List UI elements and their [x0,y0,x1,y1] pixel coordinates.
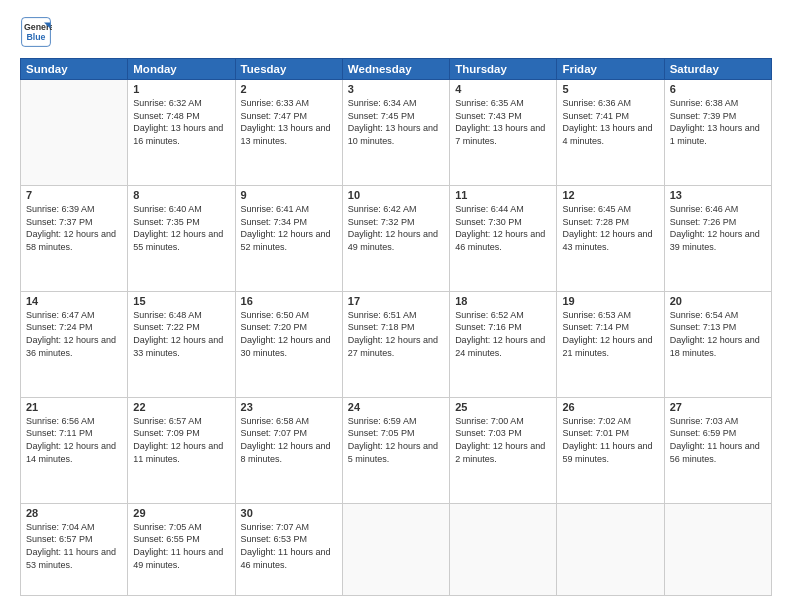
cell-info: Sunrise: 6:50 AMSunset: 7:20 PMDaylight:… [241,309,337,359]
day-number: 9 [241,189,337,201]
calendar-cell [450,503,557,595]
cell-info: Sunrise: 6:44 AMSunset: 7:30 PMDaylight:… [455,203,551,253]
cell-info: Sunrise: 6:52 AMSunset: 7:16 PMDaylight:… [455,309,551,359]
cell-info: Sunrise: 6:38 AMSunset: 7:39 PMDaylight:… [670,97,766,147]
weekday-header-row: SundayMondayTuesdayWednesdayThursdayFrid… [21,59,772,80]
cell-info: Sunrise: 6:36 AMSunset: 7:41 PMDaylight:… [562,97,658,147]
weekday-header-sunday: Sunday [21,59,128,80]
day-number: 5 [562,83,658,95]
calendar-cell: 25Sunrise: 7:00 AMSunset: 7:03 PMDayligh… [450,397,557,503]
cell-info: Sunrise: 6:41 AMSunset: 7:34 PMDaylight:… [241,203,337,253]
day-number: 24 [348,401,444,413]
calendar-cell: 27Sunrise: 7:03 AMSunset: 6:59 PMDayligh… [664,397,771,503]
svg-text:Blue: Blue [26,32,45,42]
cell-info: Sunrise: 6:58 AMSunset: 7:07 PMDaylight:… [241,415,337,465]
calendar-cell: 23Sunrise: 6:58 AMSunset: 7:07 PMDayligh… [235,397,342,503]
cell-info: Sunrise: 7:00 AMSunset: 7:03 PMDaylight:… [455,415,551,465]
cell-info: Sunrise: 6:48 AMSunset: 7:22 PMDaylight:… [133,309,229,359]
cell-info: Sunrise: 6:59 AMSunset: 7:05 PMDaylight:… [348,415,444,465]
logo: General Blue [20,16,52,48]
cell-info: Sunrise: 7:05 AMSunset: 6:55 PMDaylight:… [133,521,229,571]
calendar-week-2: 7Sunrise: 6:39 AMSunset: 7:37 PMDaylight… [21,185,772,291]
calendar-cell: 8Sunrise: 6:40 AMSunset: 7:35 PMDaylight… [128,185,235,291]
day-number: 21 [26,401,122,413]
calendar-cell: 11Sunrise: 6:44 AMSunset: 7:30 PMDayligh… [450,185,557,291]
cell-info: Sunrise: 6:47 AMSunset: 7:24 PMDaylight:… [26,309,122,359]
day-number: 6 [670,83,766,95]
cell-info: Sunrise: 7:07 AMSunset: 6:53 PMDaylight:… [241,521,337,571]
day-number: 30 [241,507,337,519]
calendar-cell: 14Sunrise: 6:47 AMSunset: 7:24 PMDayligh… [21,291,128,397]
cell-info: Sunrise: 6:54 AMSunset: 7:13 PMDaylight:… [670,309,766,359]
weekday-header-wednesday: Wednesday [342,59,449,80]
day-number: 26 [562,401,658,413]
page: General Blue SundayMondayTuesdayWednesda… [0,0,792,612]
weekday-header-friday: Friday [557,59,664,80]
calendar-cell: 22Sunrise: 6:57 AMSunset: 7:09 PMDayligh… [128,397,235,503]
cell-info: Sunrise: 6:33 AMSunset: 7:47 PMDaylight:… [241,97,337,147]
weekday-header-tuesday: Tuesday [235,59,342,80]
calendar-week-3: 14Sunrise: 6:47 AMSunset: 7:24 PMDayligh… [21,291,772,397]
day-number: 13 [670,189,766,201]
day-number: 18 [455,295,551,307]
weekday-header-thursday: Thursday [450,59,557,80]
calendar-cell: 19Sunrise: 6:53 AMSunset: 7:14 PMDayligh… [557,291,664,397]
cell-info: Sunrise: 7:02 AMSunset: 7:01 PMDaylight:… [562,415,658,465]
calendar-cell: 24Sunrise: 6:59 AMSunset: 7:05 PMDayligh… [342,397,449,503]
cell-info: Sunrise: 7:04 AMSunset: 6:57 PMDaylight:… [26,521,122,571]
calendar-cell: 6Sunrise: 6:38 AMSunset: 7:39 PMDaylight… [664,80,771,186]
day-number: 7 [26,189,122,201]
calendar-week-1: 1Sunrise: 6:32 AMSunset: 7:48 PMDaylight… [21,80,772,186]
cell-info: Sunrise: 6:57 AMSunset: 7:09 PMDaylight:… [133,415,229,465]
day-number: 12 [562,189,658,201]
cell-info: Sunrise: 6:56 AMSunset: 7:11 PMDaylight:… [26,415,122,465]
calendar-cell: 15Sunrise: 6:48 AMSunset: 7:22 PMDayligh… [128,291,235,397]
calendar-cell: 7Sunrise: 6:39 AMSunset: 7:37 PMDaylight… [21,185,128,291]
day-number: 3 [348,83,444,95]
calendar-cell: 9Sunrise: 6:41 AMSunset: 7:34 PMDaylight… [235,185,342,291]
calendar-cell: 30Sunrise: 7:07 AMSunset: 6:53 PMDayligh… [235,503,342,595]
calendar-cell: 10Sunrise: 6:42 AMSunset: 7:32 PMDayligh… [342,185,449,291]
day-number: 4 [455,83,551,95]
day-number: 10 [348,189,444,201]
header: General Blue [20,16,772,48]
calendar-cell: 2Sunrise: 6:33 AMSunset: 7:47 PMDaylight… [235,80,342,186]
calendar-cell: 28Sunrise: 7:04 AMSunset: 6:57 PMDayligh… [21,503,128,595]
day-number: 1 [133,83,229,95]
calendar-cell: 16Sunrise: 6:50 AMSunset: 7:20 PMDayligh… [235,291,342,397]
calendar-cell: 13Sunrise: 6:46 AMSunset: 7:26 PMDayligh… [664,185,771,291]
day-number: 28 [26,507,122,519]
day-number: 8 [133,189,229,201]
weekday-header-saturday: Saturday [664,59,771,80]
calendar-cell: 18Sunrise: 6:52 AMSunset: 7:16 PMDayligh… [450,291,557,397]
calendar-cell: 17Sunrise: 6:51 AMSunset: 7:18 PMDayligh… [342,291,449,397]
day-number: 20 [670,295,766,307]
calendar-cell: 26Sunrise: 7:02 AMSunset: 7:01 PMDayligh… [557,397,664,503]
weekday-header-monday: Monday [128,59,235,80]
day-number: 14 [26,295,122,307]
day-number: 2 [241,83,337,95]
calendar-cell [557,503,664,595]
day-number: 11 [455,189,551,201]
day-number: 17 [348,295,444,307]
cell-info: Sunrise: 7:03 AMSunset: 6:59 PMDaylight:… [670,415,766,465]
calendar-table: SundayMondayTuesdayWednesdayThursdayFrid… [20,58,772,596]
cell-info: Sunrise: 6:45 AMSunset: 7:28 PMDaylight:… [562,203,658,253]
calendar-cell: 29Sunrise: 7:05 AMSunset: 6:55 PMDayligh… [128,503,235,595]
day-number: 22 [133,401,229,413]
day-number: 16 [241,295,337,307]
calendar-week-5: 28Sunrise: 7:04 AMSunset: 6:57 PMDayligh… [21,503,772,595]
calendar-cell: 20Sunrise: 6:54 AMSunset: 7:13 PMDayligh… [664,291,771,397]
logo-icon: General Blue [20,16,52,48]
calendar-cell: 4Sunrise: 6:35 AMSunset: 7:43 PMDaylight… [450,80,557,186]
calendar-cell [21,80,128,186]
calendar-cell [664,503,771,595]
cell-info: Sunrise: 6:32 AMSunset: 7:48 PMDaylight:… [133,97,229,147]
day-number: 19 [562,295,658,307]
cell-info: Sunrise: 6:51 AMSunset: 7:18 PMDaylight:… [348,309,444,359]
cell-info: Sunrise: 6:34 AMSunset: 7:45 PMDaylight:… [348,97,444,147]
calendar-cell: 1Sunrise: 6:32 AMSunset: 7:48 PMDaylight… [128,80,235,186]
day-number: 25 [455,401,551,413]
calendar-cell [342,503,449,595]
calendar-week-4: 21Sunrise: 6:56 AMSunset: 7:11 PMDayligh… [21,397,772,503]
